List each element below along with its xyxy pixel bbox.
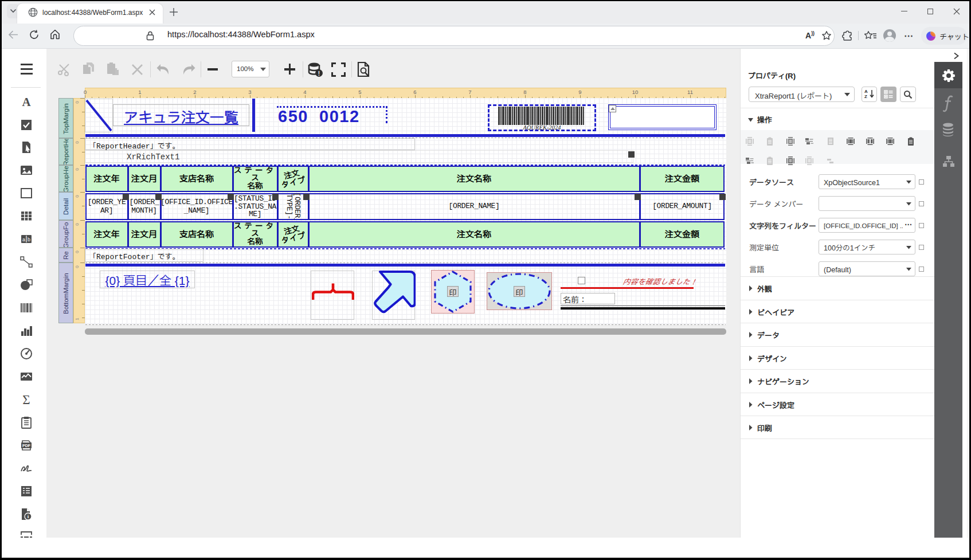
svg-text:A: A [22, 95, 31, 109]
svg-text:a: a [22, 237, 25, 242]
svg-text:b: b [28, 237, 30, 242]
svg-text:!: ! [318, 71, 320, 77]
svg-text:PDF: PDF [22, 444, 31, 448]
svg-text:Σ: Σ [22, 393, 30, 406]
